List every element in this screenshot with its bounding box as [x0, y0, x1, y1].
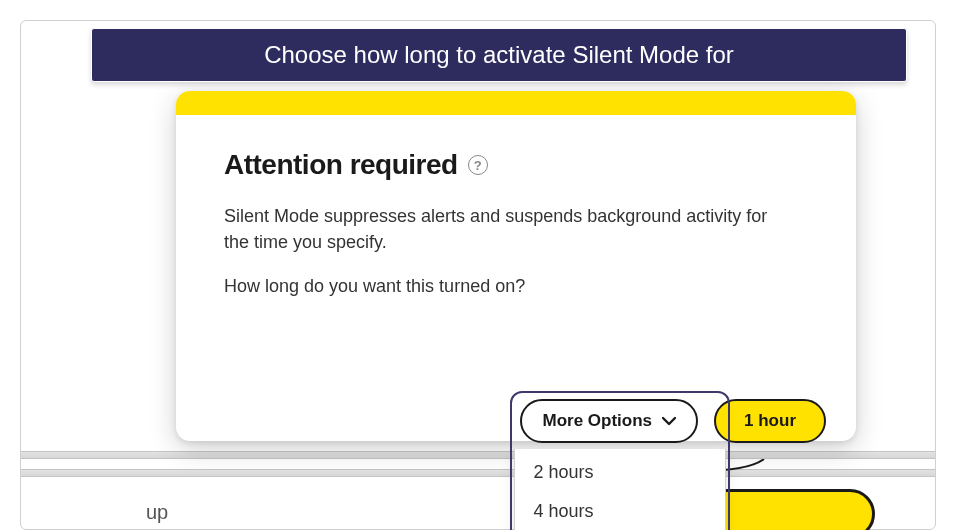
dialog-heading: Attention required [224, 149, 458, 181]
description-line: Silent Mode suppresses alerts and suspen… [224, 203, 784, 255]
dialog-accent-bar [176, 91, 856, 115]
banner-title: Choose how long to activate Silent Mode … [264, 41, 734, 69]
description-line: How long do you want this turned on? [224, 273, 784, 299]
dropdown-item-4-hours[interactable]: 4 hours [515, 492, 725, 530]
attention-dialog: Attention required ? Silent Mode suppres… [176, 91, 856, 441]
more-options-label: More Options [542, 411, 652, 431]
page-frame: up Attention required ? Silent Mode supp… [20, 20, 936, 530]
instruction-banner: Choose how long to activate Silent Mode … [91, 28, 907, 82]
dropdown-menu: 2 hours 4 hours 6 hours 1 day [514, 449, 726, 530]
divider [21, 451, 935, 459]
dropdown-item-2-hours[interactable]: 2 hours [515, 453, 725, 492]
more-options-dropdown: More Options 2 hours 4 hours 6 hours 1 d… [520, 399, 698, 443]
background-text-partial: up [146, 501, 168, 524]
more-options-button[interactable]: More Options [520, 399, 698, 443]
one-hour-button[interactable]: 1 hour [714, 399, 826, 443]
primary-button-label: 1 hour [744, 411, 796, 431]
help-icon[interactable]: ? [468, 155, 488, 175]
divider [21, 469, 935, 477]
button-row: More Options 2 hours 4 hours 6 hours 1 d… [520, 399, 826, 443]
dialog-description: Silent Mode suppresses alerts and suspen… [224, 203, 784, 299]
chevron-down-icon [662, 416, 676, 426]
